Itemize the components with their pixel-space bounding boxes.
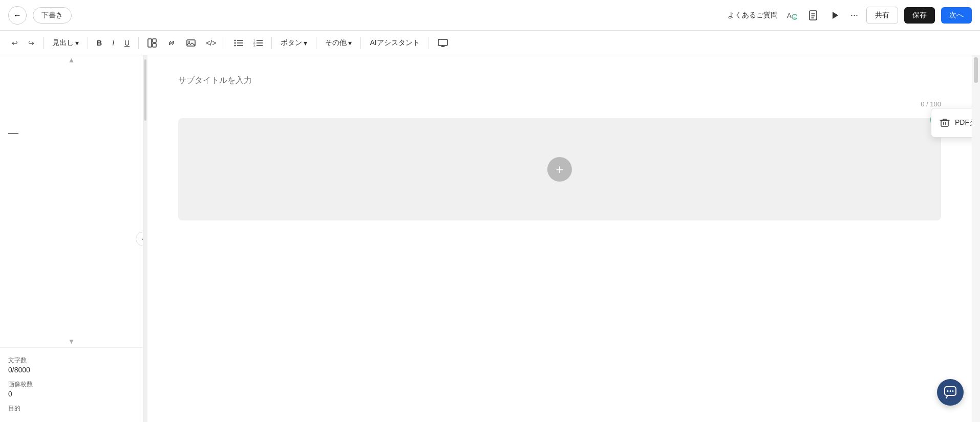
ordered-list-button[interactable]: 1.2.3. [250,37,266,49]
unordered-list-button[interactable] [230,37,247,49]
trash-icon [940,118,950,128]
sidebar-dash: — [8,127,135,139]
main-area: ▲ — ▼ 文字数 0/8000 画像枚数 0 目的 ‹ 0 / 100 ··· [0,55,980,422]
svg-point-9 [188,41,190,42]
svg-text:a: a [793,15,796,19]
preview-button[interactable] [434,36,452,50]
char-count-label: 文字数 [8,356,135,365]
svg-rect-22 [438,39,448,46]
toolbar-separator-8 [429,37,429,49]
svg-rect-6 [153,39,156,42]
svg-point-27 [952,390,954,392]
ai-assistant-button[interactable]: AIアシスタント [366,36,423,50]
image-count-value: 0 [8,390,135,398]
svg-rect-7 [153,43,156,47]
chat-fab-button[interactable] [937,379,964,406]
delete-pdf-link-label: PDFダウンロードリンクを削除 [955,118,972,127]
svg-point-14 [235,45,236,46]
link-button[interactable] [163,36,180,50]
svg-point-10 [235,39,236,41]
toolbar-separator-4 [225,37,225,49]
bold-button[interactable]: B [93,36,105,50]
char-count-value: 0/8000 [8,366,135,374]
image-button[interactable] [183,36,199,50]
char-counter: 0 / 100 [178,100,941,108]
subtitle-input[interactable] [178,76,941,85]
right-scrollbar-thumb [974,57,978,83]
underline-button[interactable]: U [121,36,133,50]
editor-area: 0 / 100 ··· + PDFダウンロードリンクを削除 [147,55,972,422]
layout-button[interactable] [144,36,160,50]
file-icon-button[interactable] [805,8,821,23]
right-scrollbar[interactable] [972,55,980,422]
svg-point-12 [235,42,236,43]
header-left: ← 下書き [8,6,72,25]
header-right: よくあるご質問 A a ··· 共有 保存 次へ [728,7,972,24]
left-sidebar-scrollbar[interactable] [143,55,147,422]
left-sidebar-scrollbar-thumb [144,59,146,121]
add-content-button[interactable]: + [547,157,572,182]
play-icon-button[interactable] [827,8,842,23]
font-size-icon-button[interactable]: A a [784,8,799,23]
toolbar-separator-5 [271,37,272,49]
heading-button[interactable]: 見出し ▾ [49,36,82,50]
image-count-label: 画像枚数 [8,380,135,389]
svg-rect-5 [148,39,152,47]
toolbar-separator-6 [316,37,316,49]
delete-pdf-link-item[interactable]: PDFダウンロードリンクを削除 [931,112,972,134]
left-sidebar: ▲ — ▼ 文字数 0/8000 画像枚数 0 目的 ‹ [0,55,143,422]
other-button[interactable]: その他 ▾ [322,36,355,50]
code-button[interactable]: </> [202,36,220,50]
chat-icon [944,386,957,399]
back-button[interactable]: ← [8,6,27,25]
undo-button[interactable]: ↩ [8,36,22,50]
svg-marker-4 [833,12,838,19]
toolbar-separator-2 [88,37,88,49]
sidebar-content: — [0,65,143,337]
svg-rect-23 [941,120,948,126]
svg-point-25 [947,390,949,392]
next-button[interactable]: 次へ [941,7,972,24]
sidebar-scroll-up-button[interactable]: ▲ [68,56,75,63]
toolbar-separator-1 [43,37,44,49]
goal-label: 目的 [8,404,135,413]
button-insert-button[interactable]: ボタン ▾ [277,36,311,50]
redo-button[interactable]: ↪ [25,36,38,50]
toolbar-separator-7 [360,37,361,49]
svg-text:A: A [787,12,792,19]
svg-rect-3 [809,11,817,20]
more-options-button[interactable]: ··· [848,8,860,23]
image-block: ··· + PDFダウンロードリンクを削除 [178,118,941,220]
svg-point-26 [950,390,951,392]
save-button[interactable]: 保存 [904,7,935,24]
context-menu: PDFダウンロードリンクを削除 [931,108,972,138]
sidebar-scroll-down-button[interactable]: ▼ [68,337,75,345]
draft-button[interactable]: 下書き [33,7,72,24]
svg-text:3.: 3. [253,44,255,47]
share-button[interactable]: 共有 [866,7,898,24]
toolbar: ↩ ↪ 見出し ▾ B I U </> 1.2.3. ボタン ▾ その他 ▾ A… [0,31,980,55]
toolbar-separator-3 [138,37,139,49]
faq-link[interactable]: よくあるご質問 [728,11,778,20]
sidebar-stats: 文字数 0/8000 画像枚数 0 目的 [0,347,143,422]
svg-rect-8 [187,40,195,46]
header: ← 下書き よくあるご質問 A a ··· 共有 保存 [0,0,980,31]
italic-button[interactable]: I [109,36,118,50]
